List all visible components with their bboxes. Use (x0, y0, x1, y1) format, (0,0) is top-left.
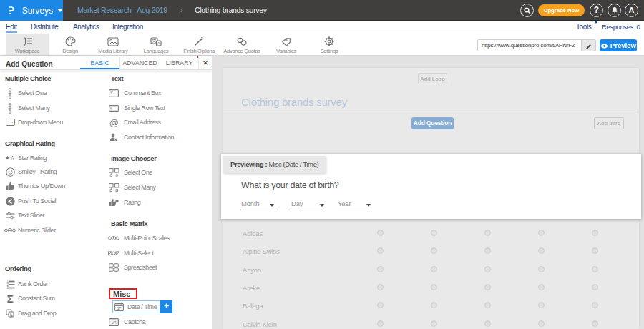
svg-text:VA: VA (112, 320, 117, 324)
svg-text:A: A (157, 41, 160, 45)
svg-text:3: 3 (6, 286, 9, 289)
svg-text:17: 17 (117, 306, 122, 310)
